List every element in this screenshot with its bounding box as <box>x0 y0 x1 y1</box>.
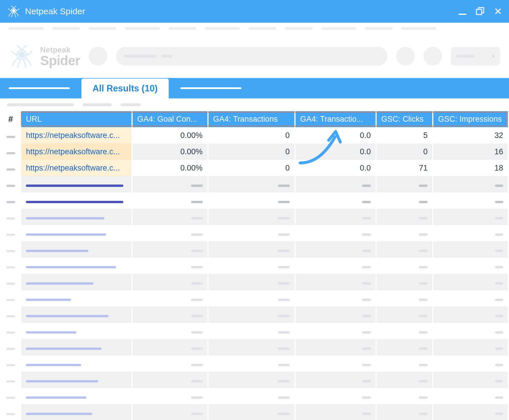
table-row-placeholder <box>1 176 508 192</box>
cell-placeholder <box>296 388 375 404</box>
column-gsc-clicks[interactable]: GSC: Clicks <box>377 111 432 127</box>
cell-ga4-tx2: 0.0 <box>296 127 375 143</box>
column-gsc-impressions[interactable]: GSC: Impressions <box>433 111 508 127</box>
cell-placeholder <box>133 258 207 274</box>
cell-placeholder <box>21 274 131 290</box>
cell-placeholder <box>296 258 375 274</box>
app-title: Netpeak Spider <box>25 6 458 16</box>
table-row-placeholder <box>1 192 508 209</box>
row-index <box>1 143 20 160</box>
cell-placeholder <box>209 274 294 290</box>
table-row-placeholder <box>1 274 508 290</box>
cell-placeholder <box>21 209 131 225</box>
cell-placeholder <box>433 225 508 241</box>
cell-placeholder <box>433 258 508 274</box>
column-ga4-goal[interactable]: GA4: Goal Con... <box>133 111 207 127</box>
cell-placeholder <box>433 241 508 258</box>
cell-placeholder <box>377 355 432 372</box>
row-index <box>1 241 20 258</box>
table-row-placeholder <box>1 388 508 404</box>
cell-placeholder <box>377 323 432 339</box>
column-ga4-transactions[interactable]: GA4: Transactions <box>209 111 294 127</box>
cell-placeholder <box>133 241 207 258</box>
url-input[interactable] <box>116 47 387 65</box>
cell-placeholder <box>433 209 508 225</box>
tab-placeholder[interactable] <box>180 87 241 89</box>
cell-placeholder <box>133 323 207 339</box>
cell-placeholder <box>209 404 294 420</box>
cell-placeholder <box>433 339 508 355</box>
cell-placeholder <box>21 241 131 258</box>
cell-url[interactable]: https://netpeaksoftware.c... <box>21 127 131 143</box>
table-row[interactable]: https://netpeaksoftware.c... 0.00% 0 0.0… <box>1 143 508 160</box>
column-ga4-transaction-rev[interactable]: GA4: Transactio... <box>296 111 375 127</box>
cell-placeholder <box>296 290 375 306</box>
row-index <box>1 192 20 209</box>
cell-url[interactable]: https://netpeaksoftware.c... <box>21 143 131 160</box>
toolbar-button-placeholder[interactable] <box>396 47 415 65</box>
cell-placeholder <box>433 290 508 306</box>
table-row-placeholder <box>1 258 508 274</box>
menu-item-placeholder <box>9 27 44 30</box>
row-index <box>1 258 20 274</box>
cell-placeholder <box>133 372 207 388</box>
cell-ga4-tx: 0 <box>209 160 294 176</box>
cell-placeholder <box>133 388 207 404</box>
titlebar: Netpeak Spider ✕ <box>0 0 509 23</box>
cell-placeholder <box>377 258 432 274</box>
cell-placeholder <box>296 192 375 209</box>
svg-rect-2 <box>476 9 482 15</box>
table-row[interactable]: https://netpeaksoftware.c... 0.00% 0 0.0… <box>1 160 508 176</box>
row-index <box>1 355 20 372</box>
maximize-button[interactable] <box>476 7 485 16</box>
cell-placeholder <box>433 404 508 420</box>
cell-placeholder <box>296 225 375 241</box>
tab-placeholder[interactable] <box>9 87 70 89</box>
toolbar-button-placeholder[interactable] <box>89 47 107 65</box>
cell-placeholder <box>209 290 294 306</box>
tab-all-results[interactable]: All Results (10) <box>81 79 169 98</box>
cell-placeholder <box>209 306 294 323</box>
cell-placeholder <box>296 404 375 420</box>
app-logo-icon <box>9 43 35 69</box>
row-index <box>1 388 20 404</box>
cell-gsc-impr: 32 <box>433 127 508 143</box>
subtab-placeholder <box>120 103 141 106</box>
row-index <box>1 127 20 143</box>
cell-placeholder <box>21 404 131 420</box>
cell-placeholder <box>377 241 432 258</box>
row-index <box>1 274 20 290</box>
cell-placeholder <box>377 176 432 192</box>
cell-placeholder <box>133 176 207 192</box>
cell-ga4-goal: 0.00% <box>133 127 207 143</box>
cell-placeholder <box>296 372 375 388</box>
cell-ga4-tx: 0 <box>209 143 294 160</box>
row-index <box>1 339 20 355</box>
cell-placeholder <box>133 355 207 372</box>
menu-item-placeholder <box>285 27 313 30</box>
cell-placeholder <box>296 176 375 192</box>
cell-placeholder <box>209 209 294 225</box>
cell-placeholder <box>133 404 207 420</box>
cell-ga4-goal: 0.00% <box>133 160 207 176</box>
cell-placeholder <box>433 323 508 339</box>
minimize-button[interactable] <box>458 6 467 16</box>
column-index[interactable]: # <box>1 111 20 127</box>
table-row[interactable]: https://netpeaksoftware.c... 0.00% 0 0.0… <box>1 127 508 143</box>
svg-point-1 <box>12 9 15 12</box>
toolbar-dropdown-placeholder[interactable]: ▾ <box>451 47 500 65</box>
cell-placeholder <box>377 388 432 404</box>
cell-placeholder <box>209 388 294 404</box>
menu-item-placeholder <box>249 27 276 30</box>
cell-placeholder <box>133 192 207 209</box>
cell-placeholder <box>209 258 294 274</box>
close-button[interactable]: ✕ <box>494 6 502 16</box>
cell-placeholder <box>209 225 294 241</box>
cell-url[interactable]: https://netpeaksoftware.c... <box>21 160 131 176</box>
column-url[interactable]: URL <box>21 111 131 127</box>
cell-placeholder <box>296 339 375 355</box>
table-row-placeholder <box>1 306 508 323</box>
chevron-down-icon: ▾ <box>492 54 494 59</box>
cell-placeholder <box>133 290 207 306</box>
toolbar-button-placeholder[interactable] <box>423 47 442 65</box>
